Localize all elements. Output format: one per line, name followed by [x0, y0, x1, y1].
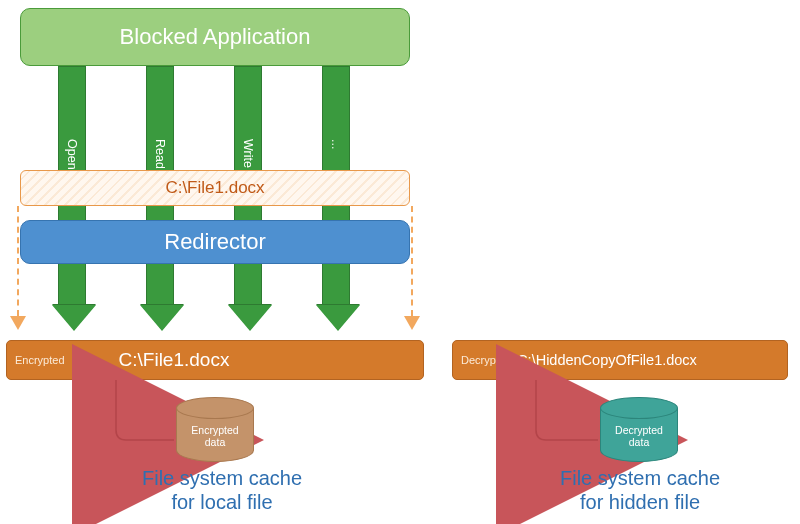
original-file-path: C:\File1.docx [165, 178, 264, 198]
op-label: Write [241, 139, 255, 168]
redirector-box: Redirector [20, 220, 410, 264]
decrypted-tag: Decrypted [461, 354, 511, 366]
cyl-line2: data [205, 436, 225, 448]
decrypted-file-path: C:\HiddenCopyOfFile1.docx [517, 352, 697, 368]
arrow-head-icon [10, 316, 26, 330]
op-label: Read [153, 139, 167, 169]
cylinder-top-icon [600, 397, 678, 419]
footer-line2: for local file [171, 491, 272, 513]
arrow-head-icon [316, 305, 360, 331]
encrypted-file-bar: Encrypted C:\File1.docx [6, 340, 424, 380]
decrypted-data-cylinder: Decrypted data [600, 408, 678, 472]
arrow-head-icon [404, 316, 420, 330]
dashed-arrow-left [10, 206, 26, 338]
cylinder-label: Decrypted data [600, 424, 678, 448]
arrow-head-icon [52, 305, 96, 331]
op-label: ... [329, 139, 343, 149]
cyl-line1: Decrypted [615, 424, 663, 436]
encrypted-data-cylinder: Encrypted data [176, 408, 254, 472]
cylinder-top-icon [176, 397, 254, 419]
file-redirection-diagram: Blocked Application Open Read Write ... … [0, 0, 800, 524]
dashed-arrow-right [404, 206, 420, 338]
footer-line2: for hidden file [580, 491, 700, 513]
dashed-line-icon [411, 206, 420, 316]
decrypted-file-bar: Decrypted C:\HiddenCopyOfFile1.docx [452, 340, 788, 380]
cylinder-label: Encrypted data [176, 424, 254, 448]
cyl-line1: Encrypted [191, 424, 238, 436]
original-file-bar: C:\File1.docx [20, 170, 410, 206]
blocked-application-box: Blocked Application [20, 8, 410, 66]
arrow-head-icon [140, 305, 184, 331]
footer-line1: File system cache [560, 467, 720, 489]
footer-hidden-cache: File system cache for hidden file [510, 466, 770, 514]
arrow-head-icon [228, 305, 272, 331]
encrypted-file-path: C:\File1.docx [119, 349, 230, 371]
footer-line1: File system cache [142, 467, 302, 489]
redirector-label: Redirector [164, 229, 265, 255]
cyl-line2: data [629, 436, 649, 448]
dashed-line-icon [17, 206, 26, 316]
blocked-application-label: Blocked Application [120, 24, 311, 50]
footer-local-cache: File system cache for local file [82, 466, 362, 514]
encrypted-tag: Encrypted [15, 354, 65, 366]
op-label: Open [65, 139, 79, 170]
